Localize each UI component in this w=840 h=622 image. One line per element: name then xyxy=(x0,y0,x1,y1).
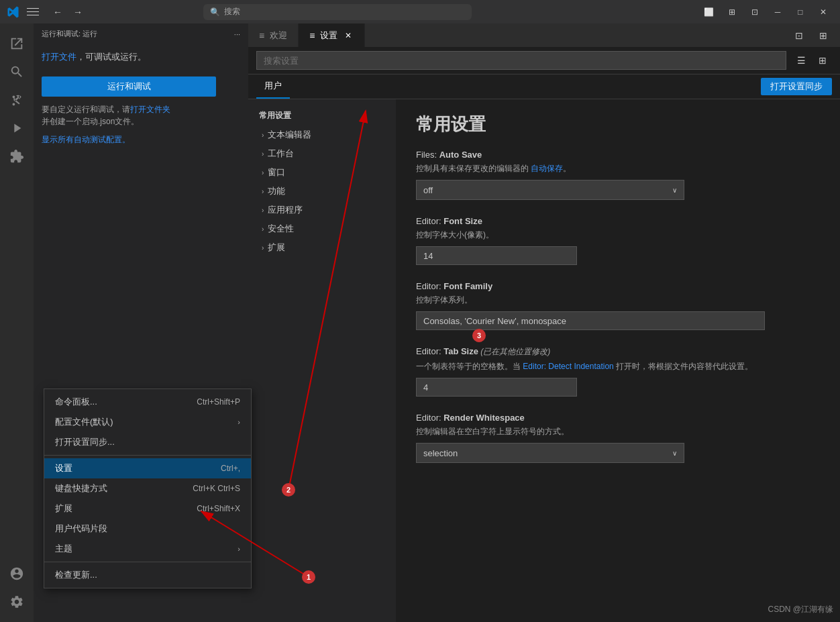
settings-sidebar-application[interactable]: › 应用程序 xyxy=(248,201,396,219)
settings-sidebar-extensions[interactable]: › 扩展 xyxy=(248,238,396,257)
detect-indentation-link[interactable]: Editor: Detect Indentation xyxy=(523,362,613,371)
titlebar-search[interactable]: 🔍 搜索 xyxy=(203,4,472,20)
settings-sidebar-features[interactable]: › 功能 xyxy=(248,182,396,201)
run-debug-button[interactable]: 运行和调试 xyxy=(42,76,216,97)
more-options-icon[interactable]: ··· xyxy=(234,30,240,38)
activity-bar xyxy=(0,23,34,622)
setting-font-family-bold: Font Family xyxy=(443,281,492,291)
editor-area: ≡ 欢迎 ≡ 设置 ✕ ⊡ ⊞ ☰ ⊞ xyxy=(248,23,840,622)
chevron-security: › xyxy=(262,225,264,233)
context-menu-item-keyboard[interactable]: 键盘快捷方式 Ctrl+K Ctrl+S xyxy=(44,478,248,499)
setting-auto-save-label: Files: Auto Save xyxy=(416,150,820,160)
tab-welcome[interactable]: ≡ 欢迎 xyxy=(248,23,299,47)
context-menu-item-sync[interactable]: 打开设置同步... xyxy=(44,432,248,452)
setting-font-size: Editor: Font Size 控制字体大小(像素)。 xyxy=(416,216,820,265)
settings-sidebar-text-editor[interactable]: › 文本编辑器 xyxy=(248,125,396,144)
tab-settings-close[interactable]: ✕ xyxy=(343,30,354,41)
nav-back-button[interactable]: ← xyxy=(50,4,66,20)
tab-settings[interactable]: ≡ 设置 ✕ xyxy=(299,23,365,47)
tab-settings-icon: ≡ xyxy=(309,30,315,41)
chevron-application: › xyxy=(262,207,264,214)
context-menu-item-extensions[interactable]: 扩展 Ctrl+Shift+X xyxy=(44,499,248,519)
nav-forward-button[interactable]: → xyxy=(70,4,86,20)
chevron-workbench: › xyxy=(262,150,264,158)
activity-settings[interactable] xyxy=(3,588,30,615)
sidebar-title: 运行和调试: 运行 xyxy=(42,29,97,39)
context-menu-item-settings[interactable]: 设置 Ctrl+, xyxy=(44,458,248,478)
auto-save-select[interactable]: off ∨ xyxy=(416,180,684,200)
settings-sidebar-label-extensions: 扩展 xyxy=(268,242,285,254)
extensions-layout-button[interactable]: ⊡ xyxy=(745,4,765,20)
chevron-extensions: › xyxy=(262,244,264,252)
activity-source-control[interactable] xyxy=(3,87,30,113)
setting-font-family-desc: 控制字体系列。 xyxy=(416,294,820,306)
context-arrow-profile: › xyxy=(238,418,240,426)
tab-settings-label: 设置 xyxy=(320,30,337,42)
settings-sidebar-window[interactable]: › 窗口 xyxy=(248,163,396,182)
show-tests-link[interactable]: 显示所有自动测试配置。 xyxy=(42,134,240,146)
tab-size-input[interactable] xyxy=(416,378,577,397)
open-file-text: ，可调试或运行。 xyxy=(76,52,146,62)
activity-extensions[interactable] xyxy=(3,143,30,170)
context-menu-item-theme[interactable]: 主题 › xyxy=(44,539,248,559)
settings-tab-user[interactable]: 用户 xyxy=(256,74,290,99)
setting-tab-size-label: Editor: Tab Size (已在其他位置修改) xyxy=(416,346,820,358)
font-size-input[interactable] xyxy=(416,246,577,265)
titlebar-actions: ⬜ ⊞ ⊡ ─ □ ✕ xyxy=(699,4,833,20)
open-file-link[interactable]: 打开文件 xyxy=(42,52,76,62)
render-whitespace-chevron: ∨ xyxy=(672,450,677,457)
font-family-input[interactable] xyxy=(416,311,765,330)
settings-container: ☰ ⊞ 用户 打开设置同步 常用设置 › 文本编辑器 xyxy=(248,47,840,622)
context-label-command: 命令面板... xyxy=(55,396,97,408)
auto-save-link[interactable]: 自动保存 xyxy=(531,164,563,173)
main-layout: 运行和调试: 运行 ··· 打开文件，可调试或运行。 运行和调试 要自定义运行和… xyxy=(0,23,840,622)
settings-search-input[interactable] xyxy=(256,51,786,70)
render-whitespace-select[interactable]: selection ∨ xyxy=(416,443,684,463)
settings-section-title: 常用设置 xyxy=(416,113,820,136)
editor-layout-button[interactable]: ⊞ xyxy=(722,4,742,20)
open-folder-link[interactable]: 打开文件夹 xyxy=(130,105,170,114)
search-icon: 🔍 xyxy=(210,7,220,17)
settings-sidebar-workbench[interactable]: › 工作台 xyxy=(248,144,396,163)
setting-auto-save: Files: Auto Save 控制具有未保存更改的编辑器的 自动保存。 of… xyxy=(416,150,820,200)
settings-body: 常用设置 › 文本编辑器 › 工作台 › 窗口 › 功 xyxy=(248,99,840,622)
context-label-updates: 检查更新... xyxy=(55,569,97,581)
setting-font-size-bold: Font Size xyxy=(443,216,482,226)
minimize-button[interactable]: ─ xyxy=(768,4,788,20)
settings-sort-icon[interactable]: ⊞ xyxy=(813,51,832,70)
context-label-extensions: 扩展 xyxy=(55,503,72,515)
more-editor-actions-button[interactable]: ⊞ xyxy=(813,28,833,44)
context-menu-item-updates[interactable]: 检查更新... xyxy=(44,565,248,585)
settings-sidebar-security[interactable]: › 安全性 xyxy=(248,219,396,238)
sidebar-toggle-button[interactable]: ⬜ xyxy=(699,4,719,20)
split-editor-button[interactable]: ⊡ xyxy=(789,28,809,44)
tab-welcome-label: 欢迎 xyxy=(270,30,287,42)
settings-filter-icon[interactable]: ☰ xyxy=(792,51,810,70)
setting-render-whitespace-prefix: Editor: xyxy=(416,413,443,423)
settings-main: 常用设置 Files: Auto Save 控制具有未保存更改的编辑器的 自动保… xyxy=(396,99,840,622)
setting-auto-save-bold: Auto Save xyxy=(439,150,482,160)
chevron-features: › xyxy=(262,188,264,195)
settings-sidebar: 常用设置 › 文本编辑器 › 工作台 › 窗口 › 功 xyxy=(248,99,396,622)
open-sync-button[interactable]: 打开设置同步 xyxy=(761,78,832,95)
context-menu-item-snippets[interactable]: 用户代码片段 xyxy=(44,519,248,539)
search-placeholder: 搜索 xyxy=(224,6,240,17)
activity-explorer[interactable] xyxy=(3,30,30,57)
activity-run-debug[interactable] xyxy=(3,115,30,142)
context-label-profile: 配置文件(默认) xyxy=(55,416,113,428)
sidebar-desc1: 要自定义运行和调试，请 xyxy=(42,105,130,114)
context-menu: 命令面板... Ctrl+Shift+P 配置文件(默认) › 打开设置同步..… xyxy=(44,388,248,588)
context-menu-item-command[interactable]: 命令面板... Ctrl+Shift+P xyxy=(44,392,248,412)
menu-icon[interactable] xyxy=(27,4,43,20)
activity-account[interactable] xyxy=(3,560,30,587)
setting-font-size-label: Editor: Font Size xyxy=(416,216,820,226)
context-menu-item-profile[interactable]: 配置文件(默认) › xyxy=(44,412,248,432)
setting-render-whitespace: Editor: Render Whitespace 控制编辑器在空白字符上显示符… xyxy=(416,413,820,463)
close-button[interactable]: ✕ xyxy=(813,4,833,20)
settings-sidebar-label-features: 功能 xyxy=(268,185,285,197)
settings-sidebar-label-security: 安全性 xyxy=(268,223,294,235)
sidebar-open-file: 打开文件，可调试或运行。 xyxy=(42,51,240,63)
setting-tab-size-suffix: (已在其他位置修改) xyxy=(478,347,550,356)
maximize-button[interactable]: □ xyxy=(790,4,810,20)
activity-search[interactable] xyxy=(3,58,30,85)
